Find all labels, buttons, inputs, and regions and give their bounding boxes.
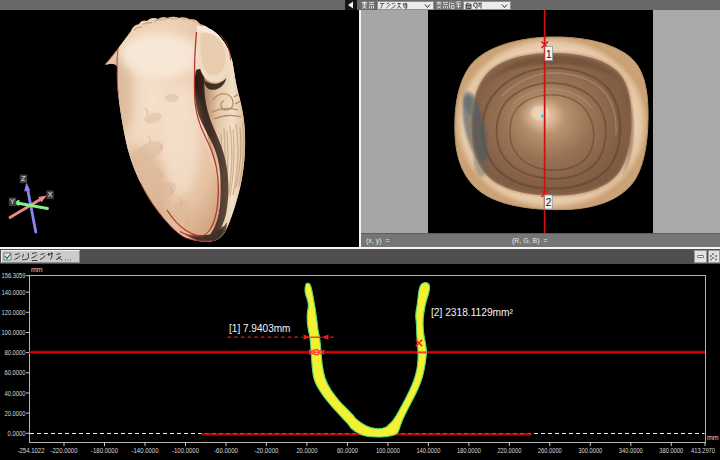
svg-text:1: 1 <box>546 49 552 60</box>
svg-text:Z: Z <box>21 175 26 182</box>
svg-text:100.0000: 100.0000 <box>2 328 26 337</box>
svg-text:380.0000: 380.0000 <box>659 446 683 455</box>
svg-text:mm: mm <box>31 266 43 273</box>
svg-text:-180.0000: -180.0000 <box>91 446 118 455</box>
svg-text:60.0000: 60.0000 <box>5 368 26 377</box>
svg-text:-60.0000: -60.0000 <box>214 446 238 455</box>
svg-text:2: 2 <box>546 197 552 208</box>
svg-text:156.3059: 156.3059 <box>2 271 26 280</box>
svg-text:mm: mm <box>707 434 719 441</box>
svg-text:-20.0000: -20.0000 <box>254 446 278 455</box>
svg-text:20.0000: 20.0000 <box>296 446 317 455</box>
svg-text:X: X <box>48 191 53 198</box>
svg-text:140.0000: 140.0000 <box>416 446 440 455</box>
svg-text:220.0000: 220.0000 <box>497 446 521 455</box>
svg-text:413.2970: 413.2970 <box>691 446 715 455</box>
svg-text:40.0000: 40.0000 <box>5 389 26 398</box>
svg-text:-140.0000: -140.0000 <box>132 446 159 455</box>
svg-text:[1] 7.9403mm: [1] 7.9403mm <box>229 323 291 334</box>
svg-text:-254.1022: -254.1022 <box>18 446 45 455</box>
svg-text:100.0000: 100.0000 <box>376 446 400 455</box>
svg-text:180.0000: 180.0000 <box>457 446 481 455</box>
svg-text:340.0000: 340.0000 <box>619 446 643 455</box>
svg-text:Y: Y <box>10 198 15 205</box>
svg-text:0.0000: 0.0000 <box>8 429 26 438</box>
svg-text:-220.0000: -220.0000 <box>51 446 78 455</box>
svg-text:260.0000: 260.0000 <box>538 446 562 455</box>
svg-text:60.0000: 60.0000 <box>337 446 358 455</box>
svg-text:140.0000: 140.0000 <box>2 288 26 297</box>
svg-text:120.0000: 120.0000 <box>2 308 26 317</box>
svg-text:80.0000: 80.0000 <box>5 348 26 357</box>
svg-text:[2] 2318.1129mm²: [2] 2318.1129mm² <box>431 307 514 318</box>
svg-text:300.0000: 300.0000 <box>578 446 602 455</box>
svg-text:20.0000: 20.0000 <box>5 409 26 418</box>
svg-text:-100.0000: -100.0000 <box>172 446 199 455</box>
